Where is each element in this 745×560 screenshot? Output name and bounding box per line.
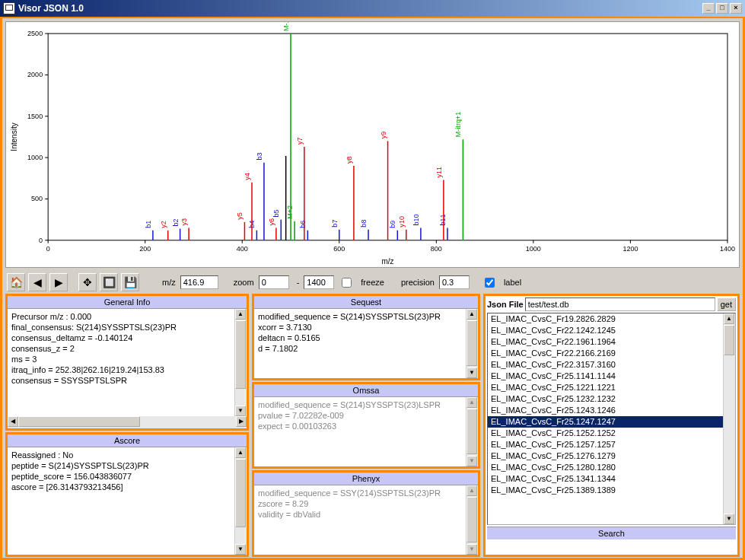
scroll-down-icon[interactable]: ▼ [235,544,246,555]
scroll-left-icon[interactable]: ◀ [8,416,18,427]
maximize-button[interactable]: □ [716,3,728,14]
list-item[interactable]: EL_IMAC_CvsC_Fr25.1280.1280 [488,462,735,473]
info-line: modified_sequence = S(214)SYSSPTSLS(23)P… [258,311,474,322]
ascore-vscroll[interactable]: ▲ ▼ [234,447,247,555]
list-item[interactable]: EL_IMAC_CvsC_Fr25.1247.1247 [488,416,735,428]
list-item[interactable]: EL_IMAC_CvsC_Fr25.1389.1389 [488,485,735,496]
general-info-vscroll[interactable]: ▲ ▼ [234,309,247,416]
ascore-body: Reassigned : Nopeptide = S(214)SYSSPTSLS… [8,447,247,555]
svg-text:200: 200 [139,245,151,253]
list-item[interactable]: EL_IMAC_CvsC_Fr25.1257.1257 [488,439,735,450]
list-item[interactable]: EL_IMAC_CvsC_Fr22.3157.3160 [488,359,735,371]
list-item[interactable]: EL_IMAC_CvsC_Fr22.1242.1245 [488,325,735,336]
info-line: d = 7.1802 [258,343,474,354]
minimize-button[interactable]: _ [702,3,715,14]
search-header[interactable]: Search [487,527,736,539]
forward-icon[interactable]: ▶ [49,273,68,291]
svg-text:y8: y8 [345,156,353,164]
scroll-down-icon[interactable]: ▼ [466,368,477,378]
precision-input[interactable] [439,275,470,289]
scroll-down-icon[interactable]: ▼ [466,456,477,466]
get-button[interactable]: get [717,298,736,311]
list-item[interactable]: EL_IMAC_CvsC_Fr25.1252.1252 [488,428,735,439]
general-info-header: General Info [8,296,247,309]
info-line: consensus_deltamz = -0.140124 [11,332,243,343]
move-icon[interactable]: ✥ [78,273,97,291]
label-checkbox[interactable] [485,278,495,288]
scroll-right-icon[interactable]: ▶ [236,416,247,427]
hscroll-thumb[interactable] [18,416,140,427]
svg-text:y6: y6 [268,218,275,226]
svg-text:y4: y4 [244,173,251,180]
svg-text:y7: y7 [296,137,304,145]
info-line: modified_sequence = S(214)SYSSPTS(23)LSP… [258,399,474,410]
list-item[interactable]: EL_IMAC_CvsC_Fr25.1276.1279 [488,450,735,462]
svg-text:b3: b3 [256,153,263,161]
phenyx-vscroll[interactable]: ▲ ▼ [466,485,478,555]
svg-text:y10: y10 [398,216,406,228]
scroll-up-icon[interactable]: ▲ [466,309,477,320]
precision-label: precision [401,278,435,287]
scroll-thumb[interactable] [235,459,246,527]
list-item[interactable]: EL_IMAC_CvsC_Fr19.2826.2829 [488,313,735,325]
info-line: final_consensus: S(214)SYSSPTSLS(23)PR [11,322,243,332]
file-list-vscroll[interactable]: ▲ ▼ [723,313,735,524]
zoom-max-input[interactable] [304,275,334,289]
save-icon[interactable]: 💾 [121,273,139,291]
info-line: deltacn = 0.5165 [258,332,474,343]
close-button[interactable]: × [730,3,742,14]
scroll-down-icon[interactable]: ▼ [724,514,734,524]
svg-text:Intensity: Intensity [10,123,18,151]
scroll-thumb[interactable] [466,320,477,366]
json-file-input[interactable] [525,298,715,311]
list-item[interactable]: EL_IMAC_CvsC_Fr25.1221.1221 [488,382,735,393]
window-title: Visor JSON 1.0 [18,3,84,14]
scroll-down-icon[interactable]: ▼ [466,544,477,555]
home-icon[interactable]: 🏠 [7,273,25,291]
scroll-thumb[interactable] [466,409,477,454]
scroll-thumb[interactable] [235,320,246,389]
scroll-up-icon[interactable]: ▲ [724,313,734,324]
scroll-thumb[interactable] [466,497,477,542]
zoom-rect-icon[interactable]: 🔲 [100,273,118,291]
scroll-up-icon[interactable]: ▲ [235,447,246,458]
svg-text:1400: 1400 [720,245,735,253]
scroll-up-icon[interactable]: ▲ [235,309,246,320]
info-line: Reassigned : No [11,450,243,460]
scroll-thumb[interactable] [724,325,734,355]
ascore-header: Ascore [8,434,247,447]
info-line: validity = dbValid [258,509,474,520]
spectrum-chart[interactable]: 0200400600800100012001400050010001500200… [5,21,740,268]
svg-text:2500: 2500 [27,30,43,37]
list-item[interactable]: EL_IMAC_CvsC_Fr25.1341.1344 [488,473,735,485]
info-line: consensus = SSYSSPTSLSPR [11,375,243,386]
svg-text:0: 0 [39,237,43,244]
scroll-up-icon[interactable]: ▲ [466,485,477,496]
back-icon[interactable]: ◀ [28,273,46,291]
list-item[interactable]: EL_IMAC_CvsC_Fr22.1961.1964 [488,336,735,348]
freeze-checkbox[interactable] [342,278,352,288]
general-info-hscroll[interactable]: ◀ ▶ [8,416,247,428]
scroll-up-icon[interactable]: ▲ [466,397,477,408]
list-item[interactable]: EL_IMAC_CvsC_Fr25.1141.1144 [488,371,735,382]
zoom-min-input[interactable] [259,275,289,289]
svg-text:1500: 1500 [27,113,43,120]
svg-text:y9: y9 [380,132,387,139]
info-line: ms = 3 [11,354,243,364]
info-line: xcorr = 3.7130 [258,322,474,332]
scroll-down-icon[interactable]: ▼ [235,406,246,416]
svg-text:2000: 2000 [27,71,43,78]
svg-text:b1: b1 [145,221,152,228]
list-item[interactable]: EL_IMAC_CvsC_Fr22.2166.2169 [488,348,735,359]
info-line: itraq_info = 252.38|262.16|219.24|153.83 [11,364,243,375]
omssa-vscroll[interactable]: ▲ ▼ [466,397,478,466]
file-list[interactable]: EL_IMAC_CvsC_Fr19.2826.2829EL_IMAC_CvsC_… [487,313,736,525]
svg-text:M-itrq+1: M-itrq+1 [454,112,462,137]
svg-text:500: 500 [31,195,43,202]
svg-text:y11: y11 [435,167,443,178]
list-item[interactable]: EL_IMAC_CvsC_Fr25.1232.1232 [488,393,735,405]
sequest-vscroll[interactable]: ▲ ▼ [466,309,478,378]
list-item[interactable]: EL_IMAC_CvsC_Fr25.1243.1246 [488,405,735,416]
chart-toolbar: 🏠 ◀ ▶ ✥ 🔲 💾 m/z zoom - freeze precision … [2,271,743,294]
mz-input[interactable] [180,275,218,289]
